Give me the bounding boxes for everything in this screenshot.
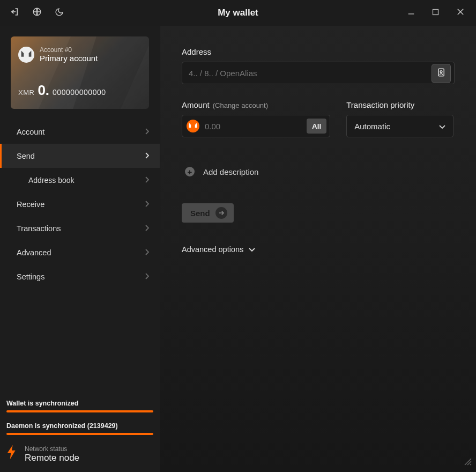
- change-account-link[interactable]: (Change account): [213, 101, 268, 109]
- address-input[interactable]: [182, 62, 432, 84]
- nav-settings[interactable]: Settings: [0, 264, 160, 289]
- svg-rect-1: [433, 9, 438, 14]
- send-button-label: Send: [190, 209, 210, 218]
- nav-advanced[interactable]: Advanced: [0, 240, 160, 264]
- account-card[interactable]: Account #0 Primary account XMR 0. 000000…: [11, 36, 149, 109]
- send-button[interactable]: Send: [182, 203, 234, 223]
- advanced-options-label: Advanced options: [182, 245, 243, 254]
- minimize-icon[interactable]: [407, 8, 415, 18]
- daemon-sync-progress: [6, 433, 153, 435]
- resize-grip-icon[interactable]: [464, 458, 472, 468]
- nav-send[interactable]: Send: [0, 144, 160, 168]
- account-id: Account #0: [40, 46, 98, 54]
- chevron-right-icon: [145, 176, 149, 185]
- svg-point-4: [440, 71, 442, 73]
- moon-icon[interactable]: [55, 8, 64, 19]
- daemon-sync-label: Daemon is synchronized (2139429): [6, 422, 153, 430]
- globe-icon[interactable]: [32, 7, 42, 19]
- priority-value: Automatic: [354, 122, 390, 131]
- nav-item-label: Transactions: [17, 224, 61, 233]
- add-description-label: Add description: [203, 167, 258, 176]
- window-title: My wallet: [218, 8, 258, 18]
- chevron-right-icon: [145, 128, 149, 136]
- wallet-sync-status: Wallet is synchronized: [6, 400, 153, 412]
- nav-item-label: Account: [17, 128, 44, 136]
- titlebar: My wallet: [0, 0, 476, 26]
- network-status-label: Network status: [25, 445, 79, 453]
- chevron-right-icon: [145, 224, 149, 233]
- account-name: Primary account: [40, 54, 98, 63]
- address-book-button[interactable]: [432, 64, 451, 83]
- chevron-right-icon: [145, 152, 149, 160]
- nav-receive[interactable]: Receive: [0, 192, 160, 216]
- priority-label: Transaction priority: [346, 100, 453, 109]
- network-status-value: Remote node: [25, 453, 79, 463]
- priority-select[interactable]: Automatic: [346, 115, 453, 137]
- nav-account[interactable]: Account: [0, 120, 160, 144]
- svg-point-5: [187, 120, 199, 132]
- network-status[interactable]: Network status Remote node: [6, 445, 153, 463]
- advanced-options-toggle[interactable]: Advanced options: [182, 245, 455, 254]
- amount-input[interactable]: [205, 122, 307, 131]
- svg-point-2: [19, 47, 34, 62]
- nav-item-label: Advanced: [17, 248, 51, 257]
- plus-circle-icon: +: [185, 167, 195, 176]
- address-book-icon: [436, 68, 446, 79]
- arrow-right-circle-icon: [215, 207, 227, 219]
- add-description-button[interactable]: + Add description: [182, 167, 455, 176]
- balance-integer: 0.: [38, 82, 49, 99]
- close-icon[interactable]: [456, 7, 465, 19]
- wallet-sync-label: Wallet is synchronized: [6, 400, 153, 407]
- nav-item-label: Send: [17, 152, 35, 160]
- monero-logo-icon: [18, 47, 34, 63]
- nav-item-label: Settings: [17, 272, 44, 281]
- amount-all-button[interactable]: All: [307, 119, 326, 134]
- chevron-right-icon: [145, 272, 149, 281]
- chevron-down-icon: [439, 122, 445, 131]
- main-panel: Address Amount (Change account): [160, 26, 476, 472]
- sidebar: Account #0 Primary account XMR 0. 000000…: [0, 26, 160, 472]
- nav-address-book[interactable]: Address book: [0, 168, 160, 192]
- xmr-icon: [187, 120, 199, 132]
- nav-item-label: Receive: [17, 200, 44, 209]
- daemon-sync-status: Daemon is synchronized (2139429): [6, 422, 153, 435]
- wallet-sync-progress: [6, 410, 153, 412]
- balance-currency: XMR: [18, 88, 34, 97]
- chevron-down-icon: [249, 245, 255, 254]
- chevron-right-icon: [145, 200, 149, 209]
- address-label: Address: [182, 47, 455, 56]
- nav-transactions[interactable]: Transactions: [0, 216, 160, 240]
- bolt-icon: [6, 445, 17, 463]
- maximize-icon[interactable]: [432, 8, 440, 18]
- amount-label: Amount: [182, 100, 210, 109]
- logout-icon[interactable]: [10, 7, 19, 19]
- nav-item-label: Address book: [28, 176, 75, 185]
- nav: Account Send Address book Receive Transa…: [0, 120, 160, 289]
- balance-decimal: 000000000000: [53, 88, 106, 97]
- chevron-right-icon: [145, 248, 149, 257]
